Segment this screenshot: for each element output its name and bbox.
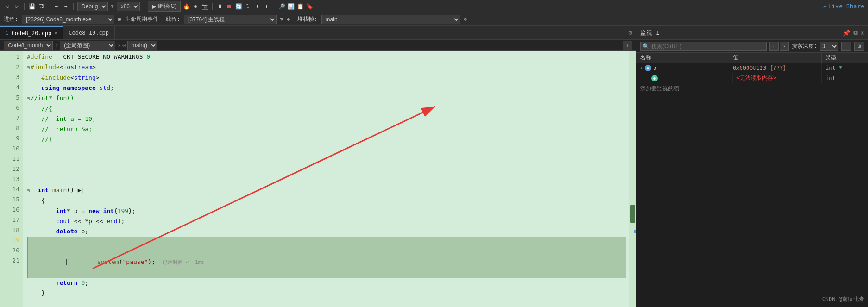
redo-icon[interactable]: ↪ [62,3,69,10]
debug-icon1[interactable]: 🔎 [278,3,285,10]
step-into-icon[interactable]: ⬇ [253,3,261,10]
search-format-btn[interactable]: ≡ [841,42,851,51]
tab-label-1: Code8_20.cpp [12,30,52,37]
debug-icon2[interactable]: 📊 [287,3,295,10]
line-num-10: 10 [0,144,19,154]
tab-close-1[interactable]: × [54,31,57,36]
continue-button[interactable]: ▶ 继续(C) [148,1,181,12]
search-input[interactable] [651,43,764,50]
tab-code8-20[interactable]: C Code8_20.cpp × [0,26,63,39]
bc-arrow-2: › [117,42,120,49]
bc-arrow-1: › [55,42,58,49]
watch-cell-child-name: ● [648,73,733,83]
search-depth-select[interactable]: 3 [820,42,838,51]
tab-label-2: Code8_19.cpp [69,30,109,36]
search-prev-btn[interactable]: ‹ [769,42,779,51]
close-panel-icon[interactable]: × [861,29,864,37]
tab-bar: C Code8_20.cpp × Code8_19.cpp ⚙ [0,26,636,40]
restart-icon[interactable]: 🔄 [235,3,242,10]
watch-cell-p-type: int * [822,63,868,73]
save-all-icon[interactable]: 🖫 [38,3,45,10]
line-num-20: 20 [0,245,19,256]
scrollbar-thumb[interactable] [630,205,635,223]
live-share-button[interactable]: ↗ Live Share [823,3,864,10]
var-icon-child: ● [651,75,658,81]
watch-cell-child-type: int [822,73,868,83]
back-icon[interactable]: ◁ [4,3,11,10]
sep4 [144,3,144,10]
line-num-17: 17 [0,215,19,225]
tab-settings-button[interactable]: ⚙ [625,29,636,36]
watch-titlebar: 监视 1 📌 ⧉ × [636,26,868,40]
scope-select[interactable]: Code8_month [4,41,53,50]
line-num-8: 8 [0,123,19,133]
stack-label: 堆栈帧: [297,15,317,23]
live-share-icon: ↗ [823,3,826,10]
sep1 [24,3,25,10]
arch-select[interactable]: x86 [117,2,140,11]
watch-title-icons: 📌 ⧉ × [843,29,864,37]
float-icon[interactable]: ⧉ [853,29,858,37]
forward-icon[interactable]: ▷ [13,3,20,10]
tab-code8-19[interactable]: Code8_19.cpp [63,26,115,39]
pin-icon[interactable]: 📌 [843,29,850,37]
undo-icon[interactable]: ↩ [53,3,60,10]
debug-icon3[interactable]: 📋 [296,3,304,10]
code-line-13 [27,175,626,185]
code-line-11 [27,155,626,165]
camera-icon[interactable]: 📷 [201,3,208,10]
thread-select[interactable]: [37764] 主线程 [184,15,277,24]
func-select[interactable]: main() [127,41,157,50]
watch-table-header: 名称 值 类型 [636,53,868,63]
tab-icon-1: C [6,30,9,36]
stack-select[interactable]: main [321,15,460,24]
code-line-16: int* p = new int{199}; [27,206,626,216]
watch-row-p-child[interactable]: ● <无法读取内存> int [636,73,868,83]
thread-label: 线程: [166,15,180,23]
code-line-9: //} [27,134,626,144]
line-num-11: 11 [0,154,19,164]
add-watch-label: 添加要监视的项 [640,85,679,93]
step-out-icon[interactable]: ⬆ [263,3,270,10]
watch-row-p[interactable]: ▾ ● p 0x00008123 {???} int * [636,63,868,73]
process-select[interactable]: [23296] Code8_month.exe [22,15,114,24]
step-over-icon[interactable]: ⤵ [244,3,252,10]
code-line-2: ⊟#include<iostream> [27,62,626,73]
search-next-btn[interactable]: › [780,42,789,51]
editor-panel: C Code8_20.cpp × Code8_19.cpp ⚙ Code8_mo… [0,26,636,307]
add-watch-btn[interactable]: + [623,41,632,50]
breadcrumb-bar: Code8_month › (全局范围) › ◎ main() + [0,40,636,51]
debug-mode-select[interactable]: Debug [77,2,108,11]
line-num-13: 13 [0,174,19,184]
scrollbar[interactable] [629,51,636,307]
save-icon[interactable]: 💾 [28,3,36,10]
code-line-7: // int a = 10; [27,114,626,124]
search-grid-btn[interactable]: ⊞ [854,42,864,51]
search-nav: ‹ › [769,42,789,51]
var-name-p: p [653,65,656,71]
search-depth-label: 搜索深度: [792,42,817,50]
play-icon: ▶ [152,3,156,10]
main-layout: C Code8_20.cpp × Code8_19.cpp ⚙ Code8_mo… [0,26,868,307]
target-icon[interactable]: ⊕ [192,3,199,10]
line-num-18: 18 [0,225,19,235]
range-select[interactable]: (全局范围) [60,41,115,50]
sep3 [73,3,74,10]
line-num-9: 9 [0,133,19,144]
code-content[interactable]: #define _CRT_SECURE_NO_WARNINGS 0 ⊟#incl… [23,51,629,307]
line-numbers: 1 2 3 4 5 6 7 8 9 10 11 12 13 14 15 16 1… [0,51,23,307]
processbar: 进程: [23296] Code8_month.exe ▣ 生命周期事件 线程:… [0,13,868,26]
flame-icon[interactable]: 🔥 [182,3,190,10]
line-num-14: 14 [0,184,19,194]
thread-filter-icon: ▽ [280,16,283,22]
col-type-header: 类型 [822,53,868,63]
pause-icon[interactable]: ⏸ [216,3,224,10]
expand-icon-p[interactable]: ▾ [640,65,643,70]
code-line-19: ➤ | system("pause"); 已用时间 <= 1ms [27,237,626,278]
line-num-7: 7 [0,113,19,123]
bookmark-icon[interactable]: 🔖 [306,3,313,10]
watch-cell-child-value: <无法读取内存> [733,73,822,83]
stop-icon[interactable]: ⏹ [226,3,233,10]
add-watch-row[interactable]: 添加要监视的项 [636,83,868,94]
lifecycle-icon: ▣ [118,16,121,22]
